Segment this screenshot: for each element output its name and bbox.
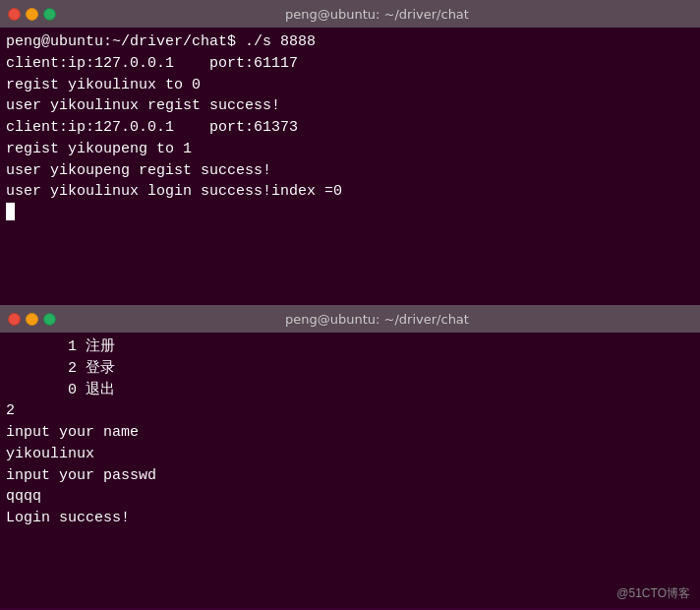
bottom-title-bar: peng@ubuntu: ~/driver/chat (0, 305, 700, 333)
bottom-line-1: 1 注册 (6, 336, 694, 358)
watermark: @51CTO博客 (616, 585, 690, 602)
top-line-5: client:ip:127.0.0.1 port:61373 (6, 117, 694, 139)
close-icon[interactable] (8, 8, 21, 21)
bottom-line-2: 2 登录 (6, 358, 694, 380)
bottom-close-icon[interactable] (8, 313, 21, 326)
terminal-top: peng@ubuntu: ~/driver/chat peng@ubuntu:~… (0, 0, 700, 305)
bottom-terminal-title: peng@ubuntu: ~/driver/chat (62, 312, 692, 327)
top-terminal-title: peng@ubuntu: ~/driver/chat (62, 7, 692, 22)
top-title-bar: peng@ubuntu: ~/driver/chat (0, 0, 700, 28)
minimize-icon[interactable] (26, 8, 38, 21)
top-line-1: peng@ubuntu:~/driver/chat$ ./s 8888 (6, 31, 694, 53)
top-cursor (6, 203, 15, 220)
top-line-7: user yikoupeng regist success! (6, 160, 694, 182)
bottom-window-buttons (8, 313, 56, 326)
top-line-4: user yikoulinux regist success! (6, 95, 694, 117)
top-line-2: client:ip:127.0.0.1 port:61117 (6, 53, 694, 75)
bottom-line-5: input your name (6, 422, 694, 444)
top-line-6: regist yikoupeng to 1 (6, 139, 694, 160)
bottom-line-6: yikoulinux (6, 444, 694, 465)
bottom-maximize-icon[interactable] (43, 313, 56, 326)
bottom-terminal-body: 1 注册 2 登录 0 退出 2 input your name yikouli… (0, 333, 700, 608)
top-line-3: regist yikoulinux to 0 (6, 75, 694, 96)
bottom-line-3: 0 退出 (6, 380, 694, 401)
terminal-bottom: peng@ubuntu: ~/driver/chat 1 注册 2 登录 0 退… (0, 305, 700, 608)
top-window-buttons (8, 8, 56, 21)
top-terminal-body: peng@ubuntu:~/driver/chat$ ./s 8888 clie… (0, 28, 700, 305)
bottom-line-4: 2 (6, 400, 694, 422)
top-line-8: user yikoulinux login success!index =0 (6, 181, 694, 203)
bottom-line-9: Login success! (6, 508, 694, 529)
bottom-line-7: input your passwd (6, 465, 694, 487)
bottom-minimize-icon[interactable] (26, 313, 38, 326)
maximize-icon[interactable] (43, 8, 56, 21)
bottom-line-8: qqqq (6, 486, 694, 508)
top-cursor-line (6, 203, 694, 220)
screen: peng@ubuntu: ~/driver/chat peng@ubuntu:~… (0, 0, 700, 610)
